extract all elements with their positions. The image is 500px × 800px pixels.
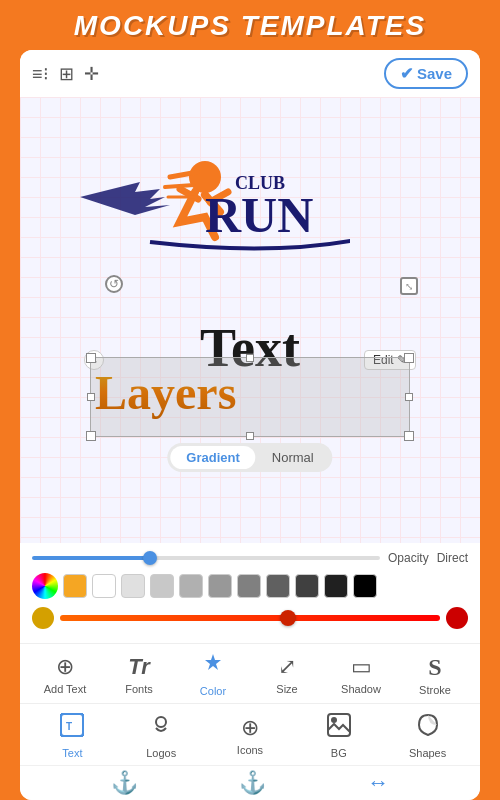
- tool-fonts[interactable]: Tr Fonts: [109, 654, 169, 695]
- svg-rect-12: [328, 714, 350, 736]
- opacity-row: Opacity Direct: [32, 551, 468, 565]
- tool-stroke[interactable]: S Stroke: [405, 654, 465, 696]
- shapes-icon: [415, 712, 441, 744]
- rotate-handle[interactable]: ↺: [105, 275, 123, 293]
- color-swatch-gray8[interactable]: [324, 574, 348, 598]
- opacity-slider[interactable]: [32, 556, 380, 560]
- color-icon: [201, 652, 225, 682]
- bg-label: BG: [331, 747, 347, 759]
- tool-icons[interactable]: ⊕ Icons: [220, 715, 280, 756]
- tool-logos[interactable]: Logos: [131, 712, 191, 759]
- svg-marker-4: [205, 654, 221, 670]
- color-swatch-gray6[interactable]: [266, 574, 290, 598]
- icons-label: Icons: [237, 744, 263, 756]
- icons-icon: ⊕: [241, 715, 259, 741]
- color-swatch-gray1[interactable]: [121, 574, 145, 598]
- expand-handle[interactable]: ⤡: [400, 277, 418, 295]
- opacity-label: Opacity: [388, 551, 429, 565]
- tool-row-2: T Text Logos ⊕ Icons: [20, 708, 480, 763]
- bg-icon: [326, 712, 352, 744]
- tool-color[interactable]: Color: [183, 652, 243, 697]
- check-icon: ✔: [400, 64, 413, 83]
- anchor-icon-left[interactable]: ⚓: [111, 770, 138, 796]
- color-swatch-black[interactable]: [353, 574, 377, 598]
- direct-label: Direct: [437, 551, 468, 565]
- bottom-toolbar-row2: T Text Logos ⊕ Icons: [20, 703, 480, 765]
- normal-tab[interactable]: Normal: [256, 446, 330, 469]
- opacity-thumb[interactable]: [143, 551, 157, 565]
- grid-icon[interactable]: ⊞: [59, 63, 74, 85]
- move-icon[interactable]: ✛: [84, 63, 99, 85]
- handle-bottom-right[interactable]: [404, 431, 414, 441]
- size-label: Size: [276, 683, 297, 695]
- handle-right-mid[interactable]: [405, 393, 413, 401]
- tool-shapes[interactable]: Shapes: [398, 712, 458, 759]
- add-text-icon: ⊕: [56, 654, 74, 680]
- anchor-bar: ⚓ ⚓ ↔: [20, 765, 480, 800]
- handle-top-mid[interactable]: [246, 354, 254, 362]
- handle-bottom-left[interactable]: [86, 431, 96, 441]
- fonts-icon: Tr: [128, 654, 150, 680]
- stroke-thumb[interactable]: [280, 610, 296, 626]
- app-title: MOCKUPS TEMPLATES: [74, 10, 426, 41]
- anchor-icon-center[interactable]: ⚓: [239, 770, 266, 796]
- color-swatch-gray5[interactable]: [237, 574, 261, 598]
- tool-bg[interactable]: BG: [309, 712, 369, 759]
- anchor-icon-right[interactable]: ↔: [367, 770, 389, 796]
- stroke-circle-start: [32, 607, 54, 629]
- text-icon: T: [59, 712, 85, 744]
- color-swatch-white[interactable]: [92, 574, 116, 598]
- color-swatch-orange[interactable]: [63, 574, 87, 598]
- tool-shadow[interactable]: ▭ Shadow: [331, 654, 391, 695]
- shadow-icon: ▭: [351, 654, 372, 680]
- stroke-icon: S: [428, 654, 441, 681]
- handle-top-left[interactable]: [86, 353, 96, 363]
- color-label: Color: [200, 685, 226, 697]
- fonts-label: Fonts: [125, 683, 153, 695]
- stroke-slider-row: [32, 607, 468, 629]
- color-wheel[interactable]: [32, 573, 58, 599]
- add-text-label: Add Text: [44, 683, 87, 695]
- stroke-slider[interactable]: [60, 615, 440, 621]
- stroke-label: Stroke: [419, 684, 451, 696]
- toolbar-left: ≡⁝ ⊞ ✛: [32, 63, 99, 85]
- gradient-tab[interactable]: Gradient: [170, 446, 255, 469]
- canvas-toolbar: ≡⁝ ⊞ ✛ ✔ Save: [20, 50, 480, 97]
- svg-text:T: T: [66, 721, 72, 732]
- tool-text[interactable]: T Text: [42, 712, 102, 759]
- stroke-circle-end: [446, 607, 468, 629]
- save-button[interactable]: ✔ Save: [384, 58, 468, 89]
- svg-text:RUN: RUN: [205, 187, 313, 243]
- shapes-label: Shapes: [409, 747, 446, 759]
- tool-row-1: ⊕ Add Text Tr Fonts Color ⤢ Size ▭ Shado…: [20, 648, 480, 701]
- tool-add-text[interactable]: ⊕ Add Text: [35, 654, 95, 695]
- canvas-container: ≡⁝ ⊞ ✛ ✔ Save: [20, 50, 480, 800]
- logo-area: CLUB RUN: [50, 117, 350, 301]
- color-swatch-gray2[interactable]: [150, 574, 174, 598]
- svg-marker-0: [80, 182, 170, 215]
- svg-point-13: [331, 717, 337, 723]
- color-swatch-gray7[interactable]: [295, 574, 319, 598]
- color-swatch-gray4[interactable]: [208, 574, 232, 598]
- logos-icon: [148, 712, 174, 744]
- app-header: MOCKUPS TEMPLATES: [0, 0, 500, 50]
- canvas-area[interactable]: CLUB RUN Text × Edit ✎: [20, 97, 480, 543]
- handle-top-right[interactable]: [404, 353, 414, 363]
- layers-icon[interactable]: ≡⁝: [32, 63, 49, 85]
- shadow-label: Shadow: [341, 683, 381, 695]
- tool-size[interactable]: ⤢ Size: [257, 654, 317, 695]
- svg-point-11: [156, 717, 166, 727]
- color-palette: [32, 573, 468, 599]
- save-label: Save: [417, 65, 452, 82]
- text-layer2[interactable]: Layers: [95, 365, 236, 420]
- controls-section: Opacity Direct: [20, 543, 480, 643]
- logos-label: Logos: [146, 747, 176, 759]
- handle-left-mid[interactable]: [87, 393, 95, 401]
- bottom-toolbar-row1: ⊕ Add Text Tr Fonts Color ⤢ Size ▭ Shado…: [20, 643, 480, 703]
- size-icon: ⤢: [278, 654, 296, 680]
- color-swatch-gray3[interactable]: [179, 574, 203, 598]
- layer-tabs: Gradient Normal: [167, 443, 332, 472]
- text-label: Text: [62, 747, 82, 759]
- handle-bottom-mid[interactable]: [246, 432, 254, 440]
